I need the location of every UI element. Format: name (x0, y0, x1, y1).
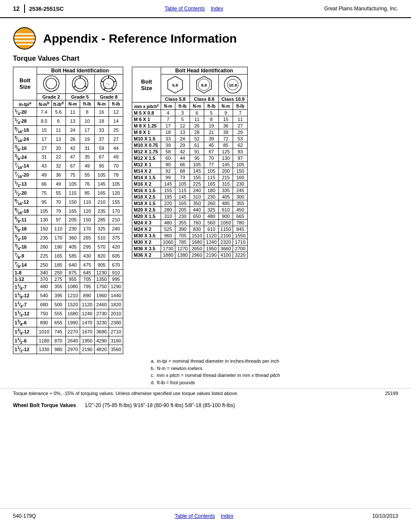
footnote-letter: b. (151, 365, 155, 372)
right-data-cell: 225 (190, 181, 204, 187)
left-data-cell: 240 (109, 224, 123, 233)
left-data-cell: 75 (65, 171, 80, 180)
right-data-cell: 230 (175, 213, 190, 220)
left-data-cell: 8 (80, 108, 94, 117)
left-data-cell: 85 (80, 188, 94, 197)
left-data-cell: 35 (80, 152, 94, 162)
right-data-cell: 315 (218, 181, 233, 187)
left-data-cell: 55 (51, 188, 65, 197)
left-data-cell: 430 (80, 251, 94, 260)
footnote-line: c. mm x pitch = nominal thread diameter … (151, 372, 398, 379)
left-data-cell: 910 (109, 269, 123, 276)
left-data-cell: 875 (65, 269, 80, 276)
page-number: 12 (13, 5, 20, 12)
left-data-cell: 605 (109, 251, 123, 260)
right-table-row: M10 X 1.5332452397253 (132, 136, 247, 142)
right-data-cell: 42 (175, 149, 190, 155)
right-data-cell: 67 (204, 149, 218, 155)
left-data-cell: 105 (65, 180, 80, 189)
left-data-cell: 480 (37, 282, 52, 291)
svg-text:8.8: 8.8 (201, 83, 207, 87)
right-data-cell: 150 (233, 168, 247, 174)
page-header: 12 2536-2551SC Table of Contents Index G… (0, 0, 411, 18)
right-data-cell: 24 (175, 136, 190, 142)
left-data-cell: 260 (37, 242, 52, 251)
left-data-cell: 11 (65, 108, 80, 117)
right-data-cell: 33 (161, 136, 175, 142)
right-data-cell: 5 (204, 110, 218, 116)
right-data-cell: 1710 (233, 239, 247, 246)
left-data-cell: 33 (94, 126, 109, 135)
right-data-cell: 2960 (190, 252, 204, 258)
right-data-cell: 165 (175, 200, 190, 207)
page-footer: 540-179Q Table of Contents Index 10/10/2… (0, 508, 411, 523)
footer-toc-link[interactable]: Table of Contents (175, 513, 215, 519)
right-data-cell: 11 (190, 116, 204, 123)
left-data-cell: 890 (37, 318, 52, 327)
right-data-cell: 900 (218, 213, 233, 220)
wheel-bolt-section: Wheel Bolt Torque Values 1/2"-20 (75-85 … (0, 398, 411, 413)
left-table-row: 11⁄8-12540395121089019601440 (13, 291, 123, 300)
left-data-cell: 1290 (109, 282, 123, 291)
left-bolt-size-cell: 7⁄16-20 (13, 171, 37, 180)
right-data-cell: 1950 (204, 246, 218, 252)
right-data-cell: 1510 (190, 233, 204, 239)
left-table-row: 7⁄8-14250185640475905670 (13, 260, 123, 269)
class88-label: Class 8.8 (190, 96, 218, 103)
right-data-cell: 1730 (161, 246, 175, 252)
left-data-cell: 110 (51, 224, 65, 233)
left-bolt-size-cell: 1-12 (13, 276, 37, 282)
left-col-headers: in-tpia N-mb ft-lbd N-m ft-lb N-m ft-lb (13, 100, 123, 108)
left-col-ftlb3: ft-lb (109, 100, 123, 108)
grade8-icon-cell: ↑↓ (94, 75, 123, 94)
left-table-row: 13⁄8-1210107452270167036802710 (13, 327, 123, 336)
right-data-cell: 45 (204, 142, 218, 149)
right-bolt-size-header: BoltSize (132, 67, 161, 103)
class58-icon-cell: 5.8 (161, 75, 190, 96)
left-data-cell: 5.6 (51, 108, 65, 117)
left-data-cell: 1960 (94, 291, 109, 300)
left-data-cell: 2710 (109, 327, 123, 336)
left-table-row: 7⁄16-14433267499570 (13, 162, 123, 171)
left-data-cell: 32 (51, 162, 65, 171)
right-data-cell: 240 (190, 187, 204, 194)
right-data-cell: 155 (161, 187, 175, 194)
footnote-text: ft-lb = foot pounds (157, 379, 195, 386)
right-table-wrap: BoltSize Bolt Head Identification 5.8 (132, 67, 247, 354)
right-data-cell: 145 (218, 162, 233, 168)
left-data-cell: 750 (37, 309, 52, 318)
left-data-cell: 49 (109, 152, 123, 162)
left-data-cell: 3160 (109, 336, 123, 345)
footer-index-link[interactable]: Index (221, 513, 233, 519)
left-data-cell: 13 (65, 117, 80, 126)
right-data-cell: 300 (233, 194, 247, 200)
left-data-cell: 360 (65, 233, 80, 243)
left-bolt-size-cell: 3⁄8-24 (13, 152, 37, 162)
right-data-cell: 4100 (218, 252, 233, 258)
right-data-cell: 27 (233, 123, 247, 129)
right-data-cell: 145 (190, 168, 204, 174)
right-data-cell: 1060 (161, 239, 175, 246)
left-data-cell: 1120 (80, 300, 94, 309)
left-data-cell: 275 (51, 276, 65, 282)
left-data-cell: 105 (94, 171, 109, 180)
left-data-cell: 235 (94, 206, 109, 215)
left-data-cell: 59 (94, 143, 109, 152)
left-torque-table: BoltSize Bolt Head Identification (13, 67, 123, 354)
right-data-cell: 230 (233, 181, 247, 187)
left-data-cell: 42 (65, 143, 80, 152)
left-table-row: 3⁄8-24312247356749 (13, 152, 123, 162)
header-index-link[interactable]: Index (211, 6, 223, 12)
right-data-cell: 11 (233, 116, 247, 123)
left-data-cell: 375 (109, 233, 123, 243)
right-bolt-size-cell: M36 X 3.5 (132, 246, 161, 252)
right-data-cell: 95 (190, 155, 204, 162)
right-data-cell: 5 (175, 116, 190, 123)
header-toc-link[interactable]: Table of Contents (165, 6, 205, 12)
left-table-row: 11⁄4-76805001520112024601820 (13, 300, 123, 309)
left-data-cell: 105 (37, 206, 52, 215)
left-data-cell: 76 (80, 180, 94, 189)
left-bolt-size-cell: 9⁄16-12 (13, 197, 37, 206)
left-bolt-size-cell: 11⁄8-7 (13, 282, 37, 291)
right-table-row: M12 X 1.755842916712593 (132, 149, 247, 155)
